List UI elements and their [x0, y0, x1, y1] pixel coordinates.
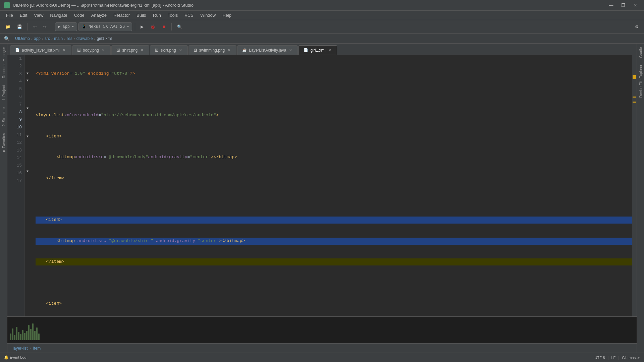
breadcrumb-app[interactable]: app	[34, 36, 41, 41]
panel-project[interactable]: 1: Project	[0, 82, 7, 104]
panel-device-file-explorer[interactable]: Device File Explorer	[637, 61, 644, 101]
window-controls: — ❐ ✕	[606, 2, 640, 9]
content-area: Resource Manager 1: Project 2: Structure…	[0, 44, 644, 353]
line-num-7: 7	[10, 101, 22, 109]
device-icon: 📱	[82, 24, 87, 29]
toolbar-open-button[interactable]: 📁	[3, 22, 13, 32]
code-editor[interactable]: 1 2 3 4 5 6 7 8 9 10 11 12 13 14	[7, 55, 637, 316]
panel-structure[interactable]: 2: Structure	[0, 104, 7, 130]
status-bar-encoding: UTF-8	[594, 356, 605, 360]
app-config-dropdown[interactable]: ▶ app ▾	[55, 22, 77, 31]
menu-view[interactable]: View	[31, 11, 47, 19]
menu-run[interactable]: Run	[150, 11, 164, 19]
panel-gradle[interactable]: Gradle	[637, 44, 644, 61]
menu-code[interactable]: Code	[71, 11, 88, 19]
panel-resource-manager[interactable]: Resource Manager	[0, 44, 7, 82]
tab-label-swimming: swimming.png	[199, 48, 225, 53]
code-line-11	[36, 280, 632, 287]
menu-analyze[interactable]: Analyze	[88, 11, 110, 19]
device-label: Nexus 5X API 26	[89, 24, 125, 29]
status-bar: 🔔 Event Log UTF-8 | LF | Git: master	[0, 353, 644, 362]
toolbar-separator-1	[28, 23, 28, 31]
breadcrumb-uidemo[interactable]: UIDemo	[15, 36, 30, 41]
menu-file[interactable]: File	[3, 11, 16, 19]
event-log-button[interactable]: 🔔 Event Log	[4, 355, 26, 360]
layer-list-open-tag: <layer-list	[36, 112, 64, 119]
minimap-bar-8	[24, 333, 25, 340]
line-num-12: 12	[10, 139, 22, 147]
fold-btn-4[interactable]: ▼	[25, 77, 30, 84]
debug-button[interactable]: 🐞	[148, 22, 158, 32]
device-dropdown[interactable]: 📱 Nexus 5X API 26 ▾	[78, 22, 132, 31]
app-dropdown-icon: ▶	[58, 24, 60, 29]
fold-btn-5	[25, 84, 30, 91]
tab-close-skirt[interactable]: ✕	[178, 48, 183, 53]
tab-close-girl1[interactable]: ✕	[327, 48, 332, 53]
tab-close-activity-layer-list[interactable]: ✕	[62, 48, 66, 53]
tab-close-body[interactable]: ✕	[101, 48, 106, 53]
menu-build[interactable]: Build	[133, 11, 150, 19]
tab-girl1[interactable]: 📄 girl1.xml ✕	[299, 45, 337, 55]
tab-close-swimming[interactable]: ✕	[227, 48, 231, 53]
minimap-bar-11	[30, 329, 32, 340]
footer-crumb-layer-list[interactable]: layer-list	[13, 346, 28, 351]
menu-help[interactable]: Help	[219, 11, 235, 19]
tabs-bar: 📄 activity_layer_list.xml ✕ 🖼 body.png ✕…	[7, 44, 637, 55]
tab-skirt[interactable]: 🖼 skirt.png ✕	[150, 45, 187, 55]
tab-body[interactable]: 🖼 body.png ✕	[72, 45, 111, 55]
tab-shirt[interactable]: 🖼 shirt.png ✕	[111, 45, 149, 55]
fold-btn-12[interactable]: ▼	[25, 133, 30, 140]
menu-tools[interactable]: Tools	[164, 11, 181, 19]
minimap-bar-2	[12, 328, 13, 340]
tab-icon-activity-layer-list: 📄	[15, 48, 20, 52]
fold-btn-17[interactable]: ▼	[25, 168, 30, 175]
toolbar-save-button[interactable]: 💾	[14, 22, 25, 32]
line-num-6: 6	[10, 93, 22, 101]
panel-favorites[interactable]: ★ Favorites	[0, 130, 7, 157]
menu-refactor[interactable]: Refactor	[110, 11, 133, 19]
footer-crumb-item[interactable]: item	[33, 346, 41, 351]
tab-swimming[interactable]: 🖼 swimming.png ✕	[189, 45, 237, 55]
breadcrumb-sep-3: ›	[51, 36, 53, 41]
breadcrumb-sep-1: ›	[31, 36, 33, 41]
editor-content: 1 2 3 4 5 6 7 8 9 10 11 12 13 14	[7, 55, 632, 316]
tab-layer-list-activity[interactable]: ☕ LayerListActivity.java ✕	[237, 45, 298, 55]
maximize-button[interactable]: ❐	[619, 2, 628, 9]
menu-vcs[interactable]: VCS	[181, 11, 197, 19]
fold-btn-3[interactable]: ▼	[25, 70, 30, 77]
code-text[interactable]: <?xml version="1.0" encoding="utf-8"?> <…	[30, 55, 632, 316]
close-button[interactable]: ✕	[631, 2, 640, 9]
stop-button[interactable]: ⏹	[159, 22, 169, 32]
settings-button[interactable]: ⚙	[632, 22, 641, 32]
line-num-10: 10	[10, 124, 22, 131]
fold-btn-2	[25, 63, 30, 70]
toolbar-undo-button[interactable]: ↩	[31, 22, 39, 32]
tab-close-layer-list-activity[interactable]: ✕	[288, 48, 293, 53]
breadcrumb-res[interactable]: res	[67, 36, 72, 41]
menu-window[interactable]: Window	[197, 11, 219, 19]
breadcrumb-search-icon[interactable]: 🔍	[4, 36, 10, 41]
line-num-8: 8	[10, 109, 22, 116]
fold-btn-9	[25, 112, 30, 119]
menu-navigate[interactable]: Navigate	[47, 11, 70, 19]
item-open-2-selected: <item>	[46, 217, 62, 224]
menu-edit[interactable]: Edit	[16, 11, 31, 19]
fold-btn-1	[25, 56, 30, 63]
search-everywhere-button[interactable]: 🔍	[174, 22, 185, 32]
breadcrumb-main[interactable]: main	[54, 36, 63, 41]
minimize-button[interactable]: —	[606, 2, 616, 9]
tab-activity-layer-list[interactable]: 📄 activity_layer_list.xml ✕	[10, 45, 71, 55]
tab-close-shirt[interactable]: ✕	[140, 48, 144, 53]
item-open-1: <item>	[46, 133, 62, 140]
breadcrumb-drawable[interactable]: drawable	[76, 36, 93, 41]
fold-btn-8[interactable]: ▼	[25, 105, 30, 112]
run-button[interactable]: ▶	[138, 22, 146, 32]
breadcrumb-file[interactable]: girl1.xml	[97, 36, 112, 41]
toolbar-redo-button[interactable]: ↪	[41, 22, 49, 32]
app-dropdown-label: app	[62, 24, 70, 29]
breadcrumb-src[interactable]: src	[45, 36, 50, 41]
code-line-8: <item>	[36, 217, 632, 224]
fold-btn-11	[25, 126, 30, 133]
vertical-scrollbar[interactable]	[632, 55, 637, 316]
line-num-9: 9	[10, 116, 22, 124]
